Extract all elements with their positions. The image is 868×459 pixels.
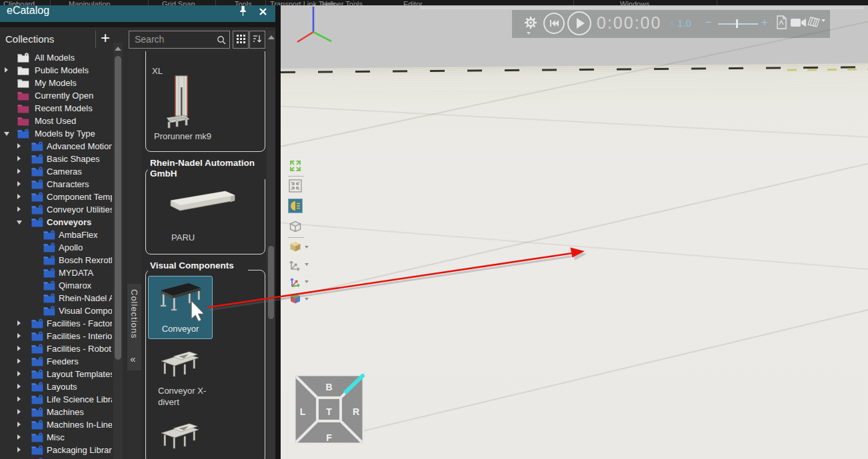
- export-pdf-icon[interactable]: [776, 15, 787, 32]
- catalog-item-label[interactable]: Conveyor: [148, 323, 213, 334]
- frame-colored-icon[interactable]: [288, 274, 303, 289]
- tree-item[interactable]: Basic Shapes: [0, 153, 112, 165]
- zoom-to-selection-icon[interactable]: [288, 179, 303, 193]
- catalog-item-label[interactable]: Prorunner mk9: [154, 131, 254, 142]
- origin-cube-icon[interactable]: [288, 292, 303, 306]
- tree-item[interactable]: Facilities - Interior: [0, 330, 112, 342]
- add-collection-button[interactable]: +: [97, 28, 113, 48]
- tree-item[interactable]: Layout Templates: [0, 368, 112, 380]
- tree-item[interactable]: Machines In-Line: [0, 418, 112, 431]
- grid-view-button[interactable]: [233, 31, 249, 49]
- dropdown-icon[interactable]: [305, 280, 309, 283]
- scroll-up-icon[interactable]: [115, 47, 121, 51]
- frame-gray-icon[interactable]: [288, 257, 303, 272]
- render-dropdown-icon[interactable]: [821, 19, 825, 22]
- expand-collapsed-icon[interactable]: [5, 67, 8, 73]
- expand-expanded-icon[interactable]: [4, 132, 9, 136]
- tree-item[interactable]: Facilities - Factory: [0, 317, 112, 330]
- sim-settings-gear-icon[interactable]: [523, 15, 539, 33]
- shading-mode-icon[interactable]: [288, 199, 303, 213]
- catalog-scrollbar-thumb[interactable]: [268, 246, 274, 319]
- tree-item[interactable]: Apollo: [0, 241, 112, 254]
- tree-item[interactable]: AmbaFlex: [0, 229, 112, 241]
- expand-collapsed-icon[interactable]: [17, 156, 21, 161]
- close-icon[interactable]: [259, 7, 267, 19]
- tree-item[interactable]: Most Used: [0, 115, 112, 127]
- expand-collapsed-icon[interactable]: [17, 358, 21, 364]
- speed-increase-icon[interactable]: +: [761, 16, 768, 29]
- tree-item[interactable]: Characters: [0, 178, 112, 191]
- catalog-item-thumbnail[interactable]: [167, 187, 240, 219]
- tree-item[interactable]: Facilities - Robot: [0, 342, 112, 355]
- tree-item[interactable]: Cameras: [0, 165, 112, 178]
- tree-item[interactable]: Recent Models: [0, 102, 112, 115]
- expand-collapsed-icon[interactable]: [17, 409, 21, 414]
- ribbon-scrollbar[interactable]: [420, 7, 864, 9]
- tree-scrollbar-thumb[interactable]: [115, 56, 121, 360]
- tree-item[interactable]: Machines: [0, 406, 112, 418]
- tree-item[interactable]: All Models: [0, 51, 112, 64]
- catalog-item-thumbnail[interactable]: [159, 348, 201, 380]
- tree-item[interactable]: Conveyor Utilities: [0, 203, 112, 216]
- catalog-item-label[interactable]: PARU: [171, 232, 251, 243]
- tree-item[interactable]: Models by Type: [0, 127, 112, 140]
- search-input[interactable]: [131, 32, 217, 46]
- tree-item[interactable]: Qimarox: [0, 279, 112, 292]
- sim-settings-dropdown-icon[interactable]: [527, 32, 531, 35]
- expand-collapsed-icon[interactable]: [17, 396, 21, 402]
- expand-collapsed-icon[interactable]: [17, 181, 21, 187]
- speed-slider-handle[interactable]: [736, 19, 738, 28]
- tree-item[interactable]: Visual Compor: [0, 304, 112, 317]
- tree-item[interactable]: Bosch Rexroth: [0, 254, 112, 266]
- pin-icon[interactable]: [239, 5, 247, 19]
- expand-collapsed-icon[interactable]: [17, 384, 21, 389]
- render-icon[interactable]: [807, 16, 821, 31]
- catalog-item-thumbnail[interactable]: [157, 280, 205, 314]
- catalog-scrollbar[interactable]: [267, 31, 275, 459]
- expand-collapsed-icon[interactable]: [17, 434, 21, 440]
- tree-item[interactable]: Conveyors: [0, 216, 112, 229]
- solid-mode-icon[interactable]: [288, 240, 303, 254]
- nav-cube[interactable]: B L T R F: [293, 374, 365, 445]
- record-video-icon[interactable]: [791, 17, 807, 31]
- dropdown-icon[interactable]: [305, 263, 309, 266]
- tree-item[interactable]: Advanced Motion: [0, 140, 112, 153]
- sim-play-button[interactable]: [567, 11, 591, 35]
- expand-collapsed-icon[interactable]: [17, 169, 21, 174]
- tree-item[interactable]: [0, 456, 112, 459]
- expand-collapsed-icon[interactable]: [17, 194, 21, 199]
- expand-collapsed-icon[interactable]: [17, 346, 21, 351]
- catalog-item-thumbnail[interactable]: [159, 420, 201, 452]
- tree-item[interactable]: Layouts: [0, 380, 112, 393]
- expand-collapsed-icon[interactable]: [17, 143, 21, 149]
- dropdown-icon[interactable]: [305, 246, 309, 248]
- catalog-item-thumbnail[interactable]: [159, 74, 201, 133]
- tree-item[interactable]: Misc: [0, 431, 112, 444]
- tree-scrollbar[interactable]: [113, 43, 123, 459]
- tree-item[interactable]: Life Science Librar: [0, 393, 112, 406]
- sort-button[interactable]: [249, 31, 265, 49]
- tree-item[interactable]: Feeders: [0, 355, 112, 368]
- expand-collapsed-icon[interactable]: [17, 447, 21, 452]
- tree-item[interactable]: My Models: [0, 77, 112, 89]
- scroll-up-icon[interactable]: [268, 35, 275, 39]
- dropdown-icon[interactable]: [305, 298, 309, 300]
- sim-reset-button[interactable]: [543, 13, 565, 34]
- tree-item[interactable]: Rhein-Nadel A: [0, 292, 112, 304]
- catalog-item-label[interactable]: Conveyor X-divert: [158, 385, 219, 408]
- collections-side-tab[interactable]: Collections «: [127, 284, 141, 370]
- collapse-icon[interactable]: «: [130, 353, 135, 364]
- wireframe-mode-icon[interactable]: [288, 220, 303, 234]
- tree-item[interactable]: Public Models: [0, 64, 112, 77]
- expand-expanded-icon[interactable]: [17, 221, 22, 225]
- expand-collapsed-icon[interactable]: [17, 333, 21, 338]
- tree-item[interactable]: MYDATA: [0, 266, 112, 279]
- expand-collapsed-icon[interactable]: [17, 371, 21, 376]
- expand-collapsed-icon[interactable]: [17, 207, 21, 212]
- tree-item[interactable]: Component Templ: [0, 191, 112, 203]
- tree-item[interactable]: Currently Open: [0, 89, 112, 102]
- expand-collapsed-icon[interactable]: [17, 320, 21, 326]
- fit-view-icon[interactable]: [288, 159, 303, 173]
- speed-slider-track[interactable]: [718, 23, 758, 25]
- tree-item[interactable]: Packaging Library: [0, 444, 112, 456]
